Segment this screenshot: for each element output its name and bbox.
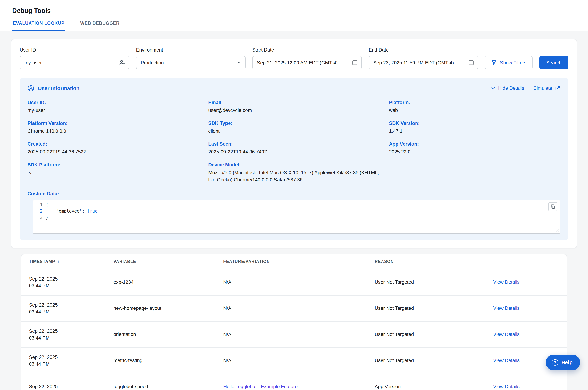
tab-web-debugger[interactable]: WEB DEBUGGER	[79, 21, 120, 31]
user-id-field: User ID	[20, 47, 129, 69]
hide-details-button[interactable]: Hide Details	[490, 86, 524, 91]
table-row: Sep 22, 2025 togglebot-speed Hello Toggl…	[21, 374, 567, 390]
feature-cell: N/A	[223, 280, 375, 285]
simulate-button[interactable]: Simulate	[534, 85, 560, 91]
feature-cell: N/A	[223, 306, 375, 311]
column-header-variable: VARIABLE	[113, 260, 223, 264]
start-date-field: Start Date Sep 21, 2025 12:00 AM EDT (GM…	[252, 47, 362, 69]
chevron-down-icon	[490, 86, 495, 91]
user-information-actions: Hide Details Simulate	[490, 85, 560, 91]
timestamp-cell: Sep 22, 202503:44 PM	[29, 354, 113, 367]
table-row: Sep 22, 202503:44 PM metric-testing N/A …	[21, 348, 567, 374]
end-date-input[interactable]: Sep 23, 2025 11:59 PM EDT (GMT-4)	[369, 56, 478, 69]
start-date-value: Sep 21, 2025 12:00 AM EDT (GMT-4)	[257, 60, 338, 65]
variable-cell: metric-testing	[113, 358, 223, 363]
timestamp-cell: Sep 22, 202503:44 PM	[29, 302, 113, 315]
user-circle-icon	[28, 85, 34, 92]
start-date-label: Start Date	[252, 47, 362, 52]
end-date-field: End Date Sep 23, 2025 11:59 PM EDT (GMT-…	[369, 47, 478, 69]
variable-cell: orientation	[113, 332, 223, 337]
table-row: Sep 22, 202503:44 PM new-homepage-layout…	[21, 295, 567, 322]
reason-cell: App Version	[375, 384, 493, 390]
code-line: "employee": true	[46, 208, 98, 215]
info-field-last-seen: Last Seen:2025-09-22T19:44:36.749Z	[208, 142, 380, 155]
variable-cell: new-homepage-layout	[113, 306, 223, 311]
feature-cell: N/A	[223, 358, 375, 363]
info-field-email: Email:user@devcycle.com	[208, 100, 380, 114]
info-field-device-model: Device Model:Mozilla/5.0 (Macintosh; Int…	[208, 162, 380, 183]
custom-data-editor[interactable]: 1 2 3 { "employee": true}	[33, 200, 560, 234]
info-field-created: Created:2025-09-22T19:44:36.752Z	[28, 142, 199, 155]
start-date-input[interactable]: Sep 21, 2025 12:00 AM EDT (GMT-4)	[252, 56, 362, 69]
user-information-header: User Information Hide Details Simulate	[28, 85, 560, 92]
environment-label: Environment	[136, 47, 245, 52]
reason-cell: User Not Targeted	[375, 280, 493, 285]
chevron-down-icon	[237, 60, 242, 65]
view-details-link[interactable]: View Details	[493, 306, 520, 311]
filter-row: User ID Environment Production	[20, 47, 568, 69]
info-field-platform-version: Platform Version:Chrome 140.0.0.0	[28, 121, 199, 135]
reason-cell: User Not Targeted	[375, 358, 493, 363]
environment-value: Production	[141, 60, 164, 65]
user-id-input[interactable]	[20, 56, 129, 69]
code-line: }	[46, 215, 98, 221]
table-header-row: TIMESTAMP ↓ VARIABLE FEATURE/VARIATION R…	[21, 254, 567, 269]
page-title: Debug Tools	[12, 7, 576, 15]
show-filters-label: Show Filters	[500, 60, 527, 65]
calendar-icon	[468, 60, 474, 66]
view-details-link[interactable]: View Details	[493, 280, 520, 285]
variable-cell: togglebot-speed	[113, 384, 223, 390]
view-details-link[interactable]: View Details	[493, 384, 520, 390]
column-header-reason: REASON	[375, 260, 493, 264]
help-button[interactable]: ? Help	[545, 355, 580, 370]
info-field-empty	[389, 162, 560, 183]
column-header-feature: FEATURE/VARIATION	[223, 260, 375, 264]
variable-cell: exp-1234	[113, 280, 223, 285]
reason-cell: User Not Targeted	[375, 332, 493, 337]
user-information-panel: User Information Hide Details Simulate	[20, 78, 568, 240]
feature-link[interactable]: Hello Togglebot - Example Feature	[223, 384, 297, 390]
external-link-icon	[555, 85, 560, 91]
sort-down-icon: ↓	[57, 259, 60, 264]
timestamp-cell: Sep 22, 202503:44 PM	[29, 276, 113, 289]
info-field-sdk-type: SDK Type:client	[208, 121, 380, 135]
info-field-platform: Platform:web	[389, 100, 560, 114]
reason-cell: User Not Targeted	[375, 306, 493, 311]
info-field-user-id: User ID:my-user	[28, 100, 199, 114]
code-content: { "employee": true}	[46, 202, 98, 233]
table-row: Sep 22, 202503:44 PM exp-1234 N/A User N…	[21, 269, 567, 295]
end-date-label: End Date	[369, 47, 478, 52]
help-label: Help	[561, 360, 573, 365]
calendar-icon	[352, 60, 358, 66]
tab-evaluation-lookup[interactable]: EVALUATION LOOKUP	[12, 21, 65, 31]
code-line: {	[46, 202, 98, 208]
user-info-fields: User ID:my-user Email:user@devcycle.com …	[28, 100, 560, 183]
column-header-timestamp[interactable]: TIMESTAMP ↓	[29, 259, 113, 264]
environment-field: Environment Production	[136, 47, 245, 69]
help-icon: ?	[552, 359, 558, 366]
code-line-numbers: 1 2 3	[33, 202, 46, 233]
view-details-link[interactable]: View Details	[493, 332, 520, 337]
view-details-link[interactable]: View Details	[493, 358, 520, 363]
timestamp-cell: Sep 22, 202503:44 PM	[29, 328, 113, 341]
info-field-app-version: App Version:2025.22.0	[389, 142, 560, 155]
environment-select[interactable]: Production	[136, 56, 245, 69]
filter-funnel-icon	[491, 60, 497, 65]
custom-data-label: Custom Data:	[28, 191, 560, 196]
show-filters-button[interactable]: Show Filters	[485, 56, 533, 69]
evaluations-table: TIMESTAMP ↓ VARIABLE FEATURE/VARIATION R…	[21, 254, 567, 390]
info-field-sdk-version: SDK Version:1.47.1	[389, 121, 560, 135]
resize-handle[interactable]	[556, 229, 559, 233]
search-button[interactable]: Search	[539, 56, 568, 69]
evaluation-lookup-card: User ID Environment Production	[11, 39, 577, 248]
page-header: Debug Tools EVALUATION LOOKUP WEB DEBUGG…	[0, 0, 588, 31]
timestamp-cell: Sep 22, 2025	[29, 383, 113, 390]
person-plus-icon[interactable]	[119, 59, 126, 66]
copy-button[interactable]	[548, 202, 557, 211]
feature-cell: N/A	[223, 332, 375, 337]
user-id-label: User ID	[20, 47, 129, 52]
user-information-title: User Information	[28, 85, 79, 92]
table-row: Sep 22, 202503:44 PM orientation N/A Use…	[21, 322, 567, 348]
copy-icon	[550, 204, 555, 209]
tab-bar: EVALUATION LOOKUP WEB DEBUGGER	[12, 21, 576, 31]
